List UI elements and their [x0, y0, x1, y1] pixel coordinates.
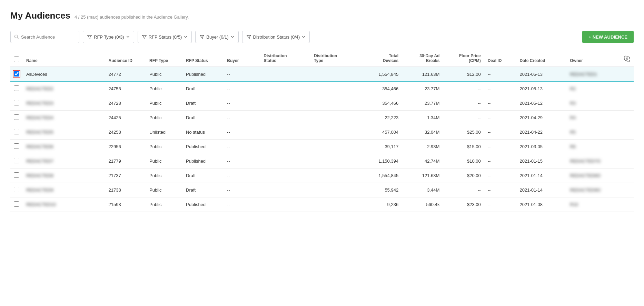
row-dist-type: [310, 197, 361, 212]
row-checkbox[interactable]: [14, 129, 19, 134]
row-checkbox[interactable]: [14, 187, 19, 192]
row-dist-type: [310, 96, 361, 111]
row-buyer: --: [224, 125, 260, 140]
row-checkbox[interactable]: [14, 85, 19, 91]
row-floor-price: $23.00: [443, 197, 484, 212]
row-checkbox-cell: [10, 197, 23, 212]
new-audience-button[interactable]: + NEW AUDIENCE: [582, 31, 634, 43]
row-empty: [616, 183, 634, 197]
search-icon: [14, 34, 19, 39]
settings-button[interactable]: [624, 55, 630, 63]
row-dist-status: [260, 154, 310, 169]
row-dist-status: [260, 125, 310, 140]
row-total-devices: 9,236: [361, 197, 402, 212]
row-deal-id: --: [484, 154, 516, 169]
chevron-down-icon: [126, 35, 130, 39]
row-checkbox[interactable]: [14, 172, 19, 178]
row-floor-price: $10.00: [443, 154, 484, 169]
search-input[interactable]: [21, 34, 76, 40]
row-name: REDACTED5: [23, 125, 105, 140]
select-all-checkbox[interactable]: [14, 57, 19, 62]
page-header: My Audiences 4 / 25 (max) audiences publ…: [10, 10, 634, 21]
row-floor-price: $20.00: [443, 169, 484, 183]
row-checkbox[interactable]: [14, 201, 19, 207]
row-dist-status: [260, 183, 310, 197]
row-total-devices: 1,150,394: [361, 154, 402, 169]
row-date-created: 2021-05-13: [516, 82, 566, 96]
row-owner: R6: [566, 140, 616, 154]
row-empty: [616, 169, 634, 183]
row-id: 24258: [105, 125, 146, 140]
row-checkbox-cell: [10, 111, 23, 125]
col-header-rfptype: RFP Type: [146, 50, 182, 67]
row-deal-id: --: [484, 111, 516, 125]
row-checkbox[interactable]: [14, 114, 19, 120]
table-row: REDACTED6 22956 Public Published -- 39,1…: [10, 140, 634, 154]
row-empty: [616, 197, 634, 212]
page-subtitle: 4 / 25 (max) audiences published in the …: [75, 14, 189, 20]
row-empty: [616, 96, 634, 111]
row-deal-id: --: [484, 197, 516, 212]
row-dist-status: [260, 111, 310, 125]
row-dist-status: [260, 169, 310, 183]
row-buyer: --: [224, 183, 260, 197]
row-deal-id: --: [484, 96, 516, 111]
row-floor-price: $12.00: [443, 67, 484, 82]
table-wrapper: Name Audience ID RFP Type RFP Status Buy…: [10, 50, 634, 212]
row-rfptype: Public: [146, 111, 182, 125]
row-empty: [616, 125, 634, 140]
row-ad-breaks: 121.63M: [402, 67, 443, 82]
row-owner: REDACTED8O: [566, 169, 616, 183]
page-title: My Audiences: [10, 10, 70, 21]
row-rfptype: Public: [146, 96, 182, 111]
svg-line-1: [17, 38, 18, 39]
row-empty: [616, 154, 634, 169]
row-owner: REDACTED7O: [566, 154, 616, 169]
col-header-floor: Floor Price(CPM): [443, 50, 484, 67]
row-deal-id: --: [484, 67, 516, 82]
chevron-down-icon: [231, 35, 234, 39]
filter-button-rfp-type[interactable]: RFP Type (0/3): [83, 31, 134, 43]
col-header-date: Date Created: [516, 50, 566, 67]
row-checkbox-cell: [10, 125, 23, 140]
row-dist-type: [310, 169, 361, 183]
svg-point-2: [626, 58, 628, 60]
row-checkbox[interactable]: [14, 143, 19, 149]
filter-button-distribution-status[interactable]: Distribution Status (0/4): [242, 31, 310, 43]
row-buyer: --: [224, 96, 260, 111]
row-name: REDACTED9: [23, 183, 105, 197]
row-empty: [616, 82, 634, 96]
row-rfptype: Public: [146, 183, 182, 197]
row-buyer: --: [224, 82, 260, 96]
row-id: 24425: [105, 111, 146, 125]
row-ad-breaks: 560.4k: [402, 197, 443, 212]
row-checkbox[interactable]: [14, 158, 19, 163]
row-name: AllDevices: [23, 67, 105, 82]
row-ad-breaks: 1.34M: [402, 111, 443, 125]
row-date-created: 2021-01-14: [516, 183, 566, 197]
page-wrapper: My Audiences 4 / 25 (max) audiences publ…: [0, 0, 644, 306]
row-checkbox[interactable]: [14, 100, 19, 105]
row-rfptype: Unlisted: [146, 125, 182, 140]
row-ad-breaks: 23.77M: [402, 96, 443, 111]
filter-button-buyer[interactable]: Buyer (0/1): [195, 31, 238, 43]
col-header-name: Name: [23, 50, 105, 67]
table-row: REDACTED7 21779 Public Published -- 1,15…: [10, 154, 634, 169]
row-id: 24758: [105, 82, 146, 96]
row-total-devices: 1,554,845: [361, 169, 402, 183]
row-dist-status: [260, 140, 310, 154]
row-checkbox-cell: [10, 169, 23, 183]
search-box[interactable]: [10, 31, 79, 43]
row-checkbox-cell: [10, 154, 23, 169]
filter-button-rfp-status[interactable]: RFP Status (0/5): [138, 31, 192, 43]
row-date-created: 2021-05-12: [516, 96, 566, 111]
row-owner: REDACTED1: [566, 67, 616, 82]
row-checkbox[interactable]: [14, 71, 19, 76]
toolbar: RFP Type (0/3) RFP Status (0/5) Buyer (0…: [10, 31, 634, 43]
row-date-created: 2021-04-22: [516, 125, 566, 140]
row-dist-type: [310, 111, 361, 125]
row-ad-breaks: 3.44M: [402, 183, 443, 197]
select-all-header: [10, 50, 23, 67]
row-id: 21738: [105, 183, 146, 197]
row-date-created: 2021-01-14: [516, 169, 566, 183]
